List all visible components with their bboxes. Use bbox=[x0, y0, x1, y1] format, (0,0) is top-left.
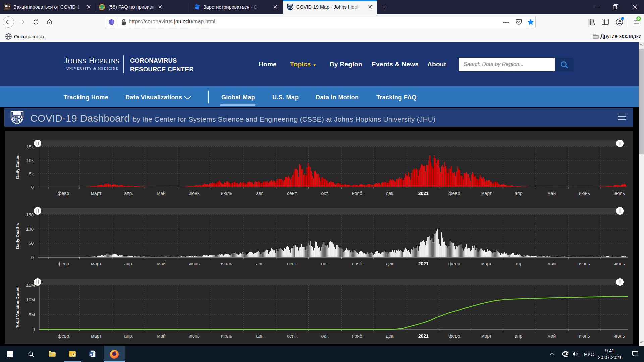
svg-text:дек.: дек. bbox=[386, 191, 394, 196]
svg-text:апр.: апр. bbox=[515, 191, 524, 196]
svg-text:июль: июль bbox=[221, 261, 232, 266]
svg-text:март: март bbox=[481, 333, 492, 339]
svg-text:февр.: февр. bbox=[448, 261, 461, 266]
svg-text:май: май bbox=[547, 191, 556, 196]
svg-text:5M: 5M bbox=[29, 312, 35, 317]
svg-text:июнь: июнь bbox=[189, 261, 200, 266]
svg-text:50: 50 bbox=[29, 241, 34, 246]
svg-text:апр.: апр. bbox=[515, 261, 524, 266]
svg-text:май: май bbox=[547, 333, 556, 339]
svg-text:0: 0 bbox=[31, 255, 34, 260]
svg-text:авг.: авг. bbox=[256, 333, 264, 339]
svg-text:дек.: дек. bbox=[386, 333, 394, 339]
svg-text:июнь: июнь bbox=[579, 191, 590, 196]
svg-text:май: май bbox=[157, 261, 166, 266]
svg-text:май: май bbox=[157, 333, 166, 339]
svg-text:июль: июль bbox=[613, 261, 625, 266]
svg-text:март: март bbox=[91, 191, 102, 196]
svg-text:март: март bbox=[481, 261, 492, 266]
svg-text:февр.: февр. bbox=[448, 191, 461, 196]
svg-text:0: 0 bbox=[31, 185, 34, 190]
svg-text:февр.: февр. bbox=[58, 333, 70, 339]
svg-text:2021: 2021 bbox=[418, 333, 429, 339]
svg-text:Daily Cases: Daily Cases bbox=[15, 155, 20, 179]
svg-text:апр.: апр. bbox=[124, 191, 133, 196]
svg-text:авг.: авг. bbox=[256, 261, 264, 266]
svg-text:окт.: окт. bbox=[321, 261, 329, 266]
svg-text:окт.: окт. bbox=[321, 333, 329, 339]
svg-text:150: 150 bbox=[26, 212, 34, 217]
svg-text:февр.: февр. bbox=[58, 261, 70, 266]
svg-text:2021: 2021 bbox=[418, 261, 429, 266]
svg-text:нояб.: нояб. bbox=[352, 333, 364, 339]
svg-text:июль: июль bbox=[613, 333, 625, 339]
svg-text:дек.: дек. bbox=[386, 261, 394, 266]
svg-text:март: март bbox=[91, 261, 102, 266]
svg-text:июль: июль bbox=[221, 191, 232, 196]
svg-text:Daily Deaths: Daily Deaths bbox=[15, 223, 20, 249]
svg-text:апр.: апр. bbox=[515, 333, 524, 339]
svg-text:100: 100 bbox=[26, 227, 34, 232]
svg-text:сент.: сент. bbox=[287, 191, 298, 196]
svg-text:10M: 10M bbox=[26, 297, 35, 302]
svg-text:сент.: сент. bbox=[287, 261, 298, 266]
svg-text:авг.: авг. bbox=[256, 191, 264, 196]
svg-text:май: май bbox=[547, 261, 556, 266]
svg-text:15M: 15M bbox=[26, 283, 35, 288]
svg-text:июнь: июнь bbox=[579, 261, 590, 266]
svg-text:нояб.: нояб. bbox=[352, 261, 364, 266]
svg-text:июль: июль bbox=[221, 333, 232, 339]
svg-text:март: март bbox=[481, 191, 492, 196]
svg-text:июнь: июнь bbox=[579, 333, 590, 339]
svg-text:июль: июль bbox=[613, 191, 625, 196]
svg-text:март: март bbox=[91, 333, 102, 339]
svg-text:5k: 5k bbox=[29, 171, 34, 176]
svg-text:окт.: окт. bbox=[321, 191, 329, 196]
svg-text:апр.: апр. bbox=[124, 333, 133, 339]
svg-text:июнь: июнь bbox=[189, 191, 200, 196]
svg-text:апр.: апр. bbox=[124, 261, 133, 266]
svg-text:10k: 10k bbox=[26, 158, 34, 163]
svg-text:Total Vaccine Doses: Total Vaccine Doses bbox=[15, 287, 20, 328]
svg-text:февр.: февр. bbox=[58, 191, 70, 196]
svg-text:июнь: июнь bbox=[189, 333, 200, 339]
svg-text:2021: 2021 bbox=[418, 191, 429, 196]
svg-text:май: май bbox=[157, 191, 166, 196]
svg-text:0: 0 bbox=[32, 327, 35, 332]
svg-text:нояб.: нояб. bbox=[352, 191, 364, 196]
svg-text:февр.: февр. bbox=[448, 333, 461, 339]
svg-text:15k: 15k bbox=[26, 144, 34, 149]
svg-text:сент.: сент. bbox=[287, 333, 298, 339]
